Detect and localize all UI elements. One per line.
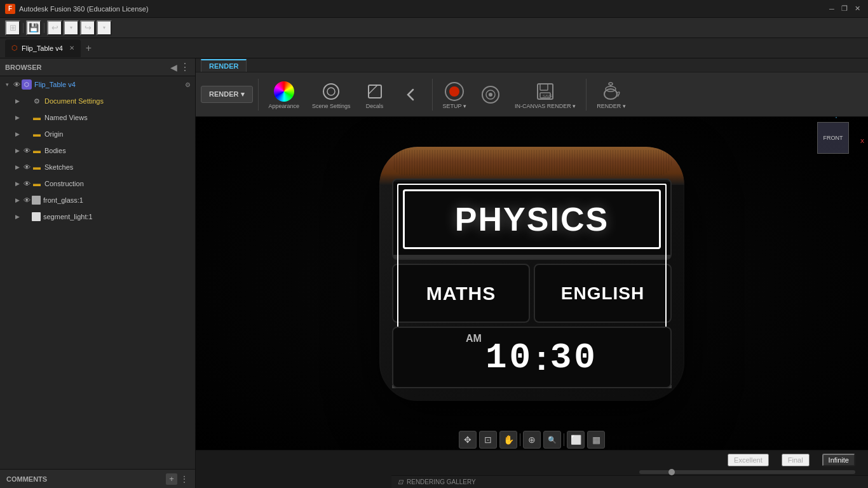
browser-item-named-views[interactable]: ▶ ▬ Named Views (10, 109, 195, 126)
render-record-tool[interactable]: SETUP ▾ (438, 78, 471, 112)
browser-collapse-button[interactable]: ◀ (170, 62, 177, 72)
visibility-icon-fg[interactable]: 👁 (22, 195, 32, 205)
gallery-label: RENDERING GALLERY (407, 478, 476, 485)
scene-settings-tool[interactable]: Scene Settings (307, 78, 356, 112)
expand-icon-sl[interactable]: ▶ (13, 212, 22, 221)
construction-label: Construction (44, 180, 84, 187)
appearance-label: Appearance (269, 103, 300, 109)
final-quality-button[interactable]: Final (782, 454, 810, 466)
render-area: PHYSICS MATHS ENGL (196, 117, 868, 450)
infinite-quality-button[interactable]: Infinite (822, 454, 855, 466)
browser-item-segment-light[interactable]: ▶ segment_light:1 (10, 208, 195, 225)
render-tab[interactable]: RENDER (201, 59, 247, 72)
svg-point-0 (323, 84, 339, 99)
visibility-icon[interactable]: 👁 (11, 79, 22, 90)
expand-icon-fg[interactable]: ▶ (13, 196, 22, 205)
comments-bar[interactable]: COMMENTS + ⋮ (0, 469, 195, 488)
visibility-icon-bodies[interactable]: 👁 (22, 146, 32, 156)
gizmo-face-label: FRONT (824, 135, 843, 141)
undo-dropdown[interactable]: ▾ (64, 20, 79, 36)
gizmo-face-box[interactable]: FRONT (817, 122, 849, 154)
excellent-quality-button[interactable]: Excellent (728, 454, 769, 466)
restore-button[interactable]: ❐ (839, 3, 850, 15)
root-item-label: Flip_Table v4 (34, 81, 76, 88)
toolbar-sep-3 (586, 79, 587, 111)
undo-button[interactable]: ↩ (47, 20, 62, 36)
decals-tool[interactable]: Decals (358, 78, 391, 112)
visibility-icon-construction[interactable]: 👁 (22, 179, 32, 189)
folder-icon-views: ▬ (32, 112, 42, 123)
back-tool[interactable] (394, 81, 427, 109)
fit-tool[interactable]: ⊡ (479, 431, 497, 449)
back-icon (399, 83, 422, 106)
svg-rect-9 (540, 84, 548, 90)
comments-menu-button[interactable]: ⋮ (180, 474, 189, 484)
browser-item-doc-settings[interactable]: ▶ ⚙ Document Settings (10, 93, 195, 109)
expand-icon-sketches[interactable]: ▶ (13, 163, 22, 172)
new-tab-button[interactable]: + (82, 43, 95, 54)
active-tab[interactable]: ⬡ Flip_Table v4 ✕ (5, 39, 81, 57)
grid-tool[interactable]: ▦ (587, 431, 605, 449)
teapot-icon (600, 80, 623, 103)
am-label: AM (466, 333, 482, 344)
english-box (534, 264, 667, 323)
expand-icon-views[interactable]: ▶ (13, 113, 22, 122)
save-button[interactable]: 💾 (26, 20, 41, 36)
gallery-bar[interactable]: ⊡ RENDERING GALLERY (391, 475, 868, 488)
expand-icon-construction[interactable]: ▶ (13, 179, 22, 188)
browser-item-bodies[interactable]: ▶ 👁 ▬ Bodies (10, 142, 195, 159)
app-title: Autodesk Fusion 360 (Education License) (19, 5, 826, 13)
render-button[interactable]: RENDER ▾ (201, 86, 253, 103)
separator-2 (44, 23, 44, 33)
tab-close-button[interactable]: ✕ (69, 44, 74, 51)
viewport[interactable]: RENDER RENDER ▾ Appearance (196, 58, 868, 488)
gallery-icon: ⊡ (398, 478, 403, 485)
browser-panel: BROWSER ◀ ⋮ ▾ 👁 ⬡ Flip_Table v4 ⚙ ▶ ⚙ Do… (0, 58, 196, 488)
svg-point-7 (489, 93, 492, 97)
in-canvas-render-label: IN-CANVAS RENDER ▾ (515, 103, 576, 109)
progress-track (639, 470, 855, 474)
segment-light-label: segment_light:1 (43, 213, 93, 220)
svg-point-1 (327, 88, 335, 95)
time-minute: 30 (550, 337, 598, 378)
browser-item-root[interactable]: ▾ 👁 ⬡ Flip_Table v4 ⚙ (0, 76, 195, 93)
setup-label: SETUP ▾ (443, 103, 466, 109)
redo-dropdown[interactable]: ▾ (97, 20, 112, 36)
expand-icon-bodies[interactable]: ▶ (13, 146, 22, 155)
add-comment-button[interactable]: + (166, 473, 177, 485)
browser-item-front-glass[interactable]: ▶ 👁 front_glass:1 (10, 192, 195, 208)
toolbar-tab-strip: RENDER (196, 58, 868, 72)
visibility-icon-sketches[interactable]: 👁 (22, 162, 32, 172)
appearance-tool[interactable]: Appearance (264, 78, 305, 112)
expand-icon-origin[interactable]: ▶ (13, 130, 22, 139)
browser-item-sketches[interactable]: ▶ 👁 ▬ Sketches (10, 159, 195, 175)
browser-header: BROWSER ◀ ⋮ (0, 58, 195, 76)
minimize-button[interactable]: ─ (826, 3, 837, 15)
browser-menu-button[interactable]: ⋮ (180, 61, 190, 73)
close-button[interactable]: ✕ (851, 3, 863, 15)
render-record-icon (443, 80, 466, 103)
viewport-toolbar: ✥ ⊡ ✋ ⊕ 🔍 ⬜ ▦ (459, 431, 605, 449)
browser-item-construction[interactable]: ▶ 👁 ▬ Construction (10, 175, 195, 192)
inspect-tool[interactable]: 🔍 (543, 431, 561, 449)
save-render-tool[interactable]: SAVE IN-CANVAS RENDER ▾ (510, 78, 581, 112)
camera-tool[interactable] (474, 81, 507, 109)
folder-icon-origin: ▬ (32, 129, 42, 139)
progress-thumb[interactable] (668, 469, 675, 475)
redo-button[interactable]: ↪ (80, 20, 95, 36)
orbit-tool[interactable]: ✥ (459, 431, 477, 449)
expand-icon-doc[interactable]: ▶ (13, 97, 22, 105)
viewport-gizmo[interactable]: Y FRONT X (817, 122, 862, 166)
sketches-label: Sketches (44, 163, 73, 171)
pan-tool[interactable]: ✋ (499, 431, 517, 449)
expand-icon[interactable]: ▾ (3, 80, 11, 89)
display-mode-tool[interactable]: ⬜ (567, 431, 585, 449)
settings-icon[interactable]: ⚙ (182, 79, 193, 90)
browser-item-origin[interactable]: ▶ ▬ Origin (10, 126, 195, 142)
secondary-display: MATHS ENGLISH (392, 264, 672, 323)
grid-button[interactable]: ⊞ (5, 20, 20, 36)
zoom-tool[interactable]: ⊕ (523, 431, 541, 449)
render-out-tool[interactable]: RENDER ▾ (592, 78, 631, 112)
time-display: AM 10 : 30 (392, 327, 672, 388)
toolbar-sep-1 (258, 79, 259, 111)
